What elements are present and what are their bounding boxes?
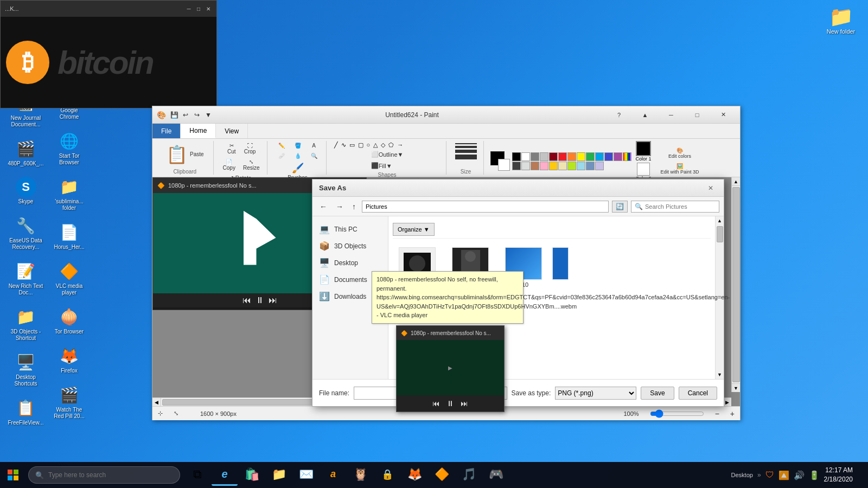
sidebar-thispc[interactable]: 💻 This PC (312, 221, 388, 237)
dialog-file-partial[interactable] (552, 245, 569, 290)
vlc-pause-btn[interactable]: ⏸ (446, 399, 454, 408)
edit-colors-btn[interactable]: 🎨 Edit colors (658, 146, 702, 160)
copy-btn[interactable]: 📄 Copy (220, 157, 238, 172)
palette-verylightgray[interactable] (521, 162, 530, 170)
dialog-up-btn[interactable]: ↑ (349, 201, 359, 213)
tab-view[interactable]: View (216, 124, 248, 138)
scroll-thumb-v[interactable] (732, 187, 740, 382)
paint-collapse-btn[interactable]: ▲ (633, 106, 658, 124)
filetype-select[interactable]: PNG (*.png) JPEG (*.jpg) BMP (*.bmp) (555, 387, 636, 400)
size-thicker[interactable] (455, 155, 477, 159)
outline-btn[interactable]: ⬜ Outline▼ (368, 149, 406, 159)
text-btn[interactable]: A (307, 141, 322, 150)
zoom-slider[interactable] (650, 409, 704, 418)
taskbar-search-input[interactable] (48, 471, 168, 479)
media-prev-btn[interactable]: ⏮ (242, 296, 251, 305)
palette-orange[interactable] (567, 152, 576, 161)
desktop-icon-skype[interactable]: S Skype (5, 175, 46, 207)
redo-quick-btn[interactable]: ↪ (192, 110, 202, 120)
paint-close-btn[interactable]: ✕ (711, 106, 736, 124)
paint-minimize-btn[interactable]: ─ (659, 106, 684, 124)
size-medium[interactable] (455, 146, 477, 148)
vlc-next-btn[interactable]: ⏭ (461, 399, 468, 408)
taskbar-tripadvisor[interactable]: 🦉 (347, 464, 373, 486)
palette-steelblue[interactable] (586, 162, 595, 170)
tab-home[interactable]: Home (181, 124, 216, 138)
paint-maximize-btn[interactable]: □ (685, 106, 710, 124)
avg-tray-icon[interactable]: 🛡 (765, 470, 774, 480)
palette-darkgray2[interactable] (512, 162, 521, 170)
resize-btn[interactable]: ⤡ Resize (240, 157, 263, 172)
sidebar-desktop[interactable]: 🖥️ Desktop (312, 254, 388, 271)
dialog-back-btn[interactable]: ← (317, 201, 330, 213)
palette-skyblue[interactable] (577, 162, 585, 170)
palette-yellow[interactable] (577, 152, 585, 161)
media-pause-btn[interactable]: ⏸ (256, 296, 264, 305)
zoom-in-btn[interactable]: + (730, 409, 735, 418)
shape-rect[interactable]: ▭ (348, 141, 356, 149)
taskbar-store[interactable]: 🛍️ (239, 464, 265, 486)
undo-quick-btn[interactable]: ↩ (181, 110, 190, 120)
palette-lightgray[interactable] (540, 152, 548, 161)
palette-purple[interactable] (614, 152, 622, 161)
palette-lime[interactable] (567, 162, 576, 170)
palette-rainbow[interactable] (623, 152, 631, 161)
color1-display[interactable] (636, 141, 651, 156)
tab-file[interactable]: File (152, 124, 181, 138)
eraser-btn[interactable]: 🩹 (274, 151, 289, 160)
palette-black[interactable] (512, 152, 521, 161)
desktop-icon-subliminals[interactable]: 📁 'sublimina... folder (49, 174, 90, 214)
desktop-icon-torbrowser[interactable]: 🧅 Tor Browser (49, 304, 90, 337)
dialog-scroll-down[interactable]: ▼ (716, 370, 724, 379)
color2-display[interactable] (637, 163, 650, 176)
desktop-icon-vlc[interactable]: 🔶 VLC media player (49, 258, 90, 298)
size-thick[interactable] (455, 150, 477, 153)
pencil-btn[interactable]: ✏️ (274, 141, 289, 150)
desktop-icon-desktop-shortcuts[interactable]: 🖥️ Desktop Shortcuts (5, 349, 46, 389)
desktop-icon-freefileview[interactable]: 📋 FreeFileView... (5, 395, 46, 428)
save-btn[interactable]: Save (641, 387, 674, 400)
palette-pink[interactable] (540, 162, 548, 170)
dialog-forward-btn[interactable]: → (333, 201, 346, 213)
taskbar-search-box[interactable]: 🔍 (28, 466, 180, 484)
dialog-refresh-btn[interactable]: 🔄 (612, 201, 628, 213)
edit-paint3d-btn[interactable]: 🖼️ Edit with Paint 3D (658, 162, 702, 176)
desktop-icon-480p[interactable]: 🎬 480P_600K_... (5, 136, 46, 169)
colorpicker-btn[interactable]: 💧 (290, 151, 305, 160)
dialog-scroll-thumb[interactable] (717, 226, 723, 242)
dialog-search-box[interactable]: 🔍 (631, 201, 719, 213)
bitcoin-maximize[interactable]: □ (195, 5, 202, 12)
start-button[interactable] (0, 462, 26, 488)
cancel-btn[interactable]: Cancel (679, 387, 717, 400)
taskbar-firefox[interactable]: 🦊 (401, 464, 427, 486)
desktop-icon-horus[interactable]: 📄 Horus_Her... (49, 219, 90, 253)
shape-line[interactable]: ╱ (333, 141, 339, 149)
taskbar-lastpass[interactable]: 🔒 (374, 464, 400, 486)
dialog-organize-btn[interactable]: Organize ▼ (393, 223, 435, 236)
zoom-out-btn[interactable]: − (715, 409, 719, 418)
scroll-down-btn[interactable]: ▼ (732, 383, 741, 392)
size-thin[interactable] (455, 143, 477, 144)
shape-triangle[interactable]: △ (372, 141, 379, 149)
taskbar-mail[interactable]: ✉️ (293, 464, 319, 486)
media-next-btn[interactable]: ⏭ (269, 296, 277, 305)
customize-quick-btn[interactable]: ▼ (203, 110, 213, 120)
dialog-path-bar[interactable]: Pictures (362, 201, 609, 213)
network-tray-icon[interactable]: 🔼 (778, 470, 789, 480)
palette-white[interactable] (521, 152, 530, 161)
sidebar-3dobjects[interactable]: 📦 3D Objects (312, 237, 388, 254)
desktop-icon-redpill[interactable]: 🎬 Watch The Red Pill 20... (49, 382, 90, 422)
fill-btn[interactable]: ⬛ Fill▼ (368, 160, 406, 171)
palette-darkred[interactable] (549, 152, 558, 161)
palette-lavender[interactable] (595, 162, 604, 170)
save-quick-btn[interactable]: 💾 (169, 110, 179, 120)
cut-btn[interactable]: ✂ Cut (224, 141, 239, 156)
shape-curve[interactable]: ∿ (340, 141, 347, 149)
taskbar-app2[interactable]: 🎵 (456, 464, 482, 486)
desktop-icon-easeus[interactable]: 🔧 EaseUS Data Recovery... (5, 213, 46, 253)
taskbar-vlc-taskbar[interactable]: 🔶 (429, 464, 455, 486)
color-selector[interactable] (490, 151, 510, 171)
crop-btn[interactable]: ⛶ Crop (241, 141, 259, 156)
desktop-icon-3dobjects[interactable]: 📁 3D Objects - Shortcut (5, 304, 46, 344)
shape-pentagon[interactable]: ⬠ (387, 141, 395, 149)
